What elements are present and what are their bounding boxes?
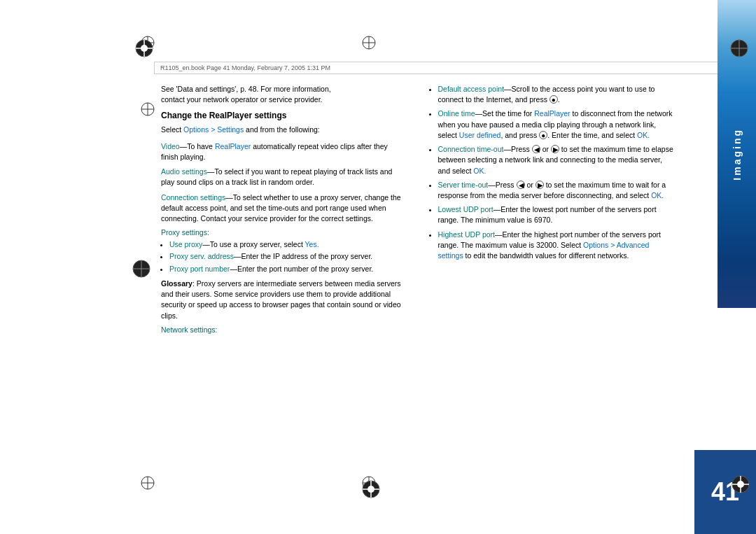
right-column: Default access point—Scroll to the acces…	[429, 84, 676, 478]
reg-mark-top-center	[361, 35, 377, 52]
proxy-heading: Proxy settings:	[161, 228, 405, 237]
proxy-bullet-3: Proxy port number—Enter the port number …	[169, 264, 405, 274]
joystick-icon-5: ◀	[517, 181, 525, 189]
connection-label: Connection settings	[161, 193, 225, 202]
reg-mark-bottom-left	[140, 475, 155, 492]
proxy-bullet-2: Proxy serv. address—Enter the IP address…	[169, 251, 405, 262]
joystick-icon-1: ●	[550, 95, 558, 104]
right-bullet-5: Lowest UDP port—Enter the lowest port nu…	[438, 204, 676, 225]
joystick-icon-6: ▶	[536, 181, 544, 189]
intro-text: See 'Data and settings', p. 48. For more…	[161, 84, 405, 105]
left-column: See 'Data and settings', p. 48. For more…	[161, 84, 408, 478]
reg-mark-bottom-center-dark	[361, 479, 381, 500]
reg-mark-corner-tl	[134, 38, 154, 59]
glossary-label: Glossary	[161, 279, 192, 288]
page-container: R1105_en.book Page 41 Monday, February 7…	[0, 0, 756, 534]
joystick-icon-4: ▶	[551, 145, 559, 153]
select-line: Select Options > Settings and from the f…	[161, 125, 405, 135]
content-area: See 'Data and settings', p. 48. For more…	[161, 84, 676, 478]
header-bar: R1105_en.book Page 41 Monday, February 7…	[154, 62, 742, 74]
right-bullet-6: Highest UDP port—Enter the highest port …	[438, 230, 676, 262]
connection-text: Connection settings—To select whether to…	[161, 192, 405, 225]
options-link[interactable]: Options > Settings	[183, 125, 244, 134]
reg-mark-bottom-right	[731, 475, 750, 496]
right-bullet-3: Connection time-out—Press ◀ or ▶ to set …	[438, 144, 676, 176]
network-heading: Network settings:	[161, 325, 405, 334]
joystick-icon-2: ●	[539, 131, 547, 139]
right-bullet-2: Online time—Set the time for RealPlayer …	[438, 108, 676, 141]
right-bullet-1: Default access point—Scroll to the acces…	[438, 84, 676, 105]
audio-label: Audio settings	[161, 167, 207, 176]
header-text: R1105_en.book Page 41 Monday, February 7…	[160, 64, 330, 71]
tab-label: Imaging	[732, 128, 743, 181]
realplayer-link-1: RealPlayer	[215, 142, 251, 150]
reg-mark-left-mid	[140, 101, 155, 118]
video-text: Video—To have RealPlayer automatically r…	[161, 141, 405, 162]
reg-mark-top-right	[729, 38, 749, 59]
reg-mark-left-center	[132, 259, 151, 280]
right-bullet-4: Server time-out—Press ◀ or ▶ to set the …	[438, 180, 676, 201]
glossary-text: Glossary: Proxy servers are intermediate…	[161, 279, 405, 321]
joystick-icon-3: ◀	[532, 145, 540, 153]
audio-text: Audio settings—To select if you want to …	[161, 167, 405, 188]
right-bullets: Default access point—Scroll to the acces…	[438, 84, 676, 261]
right-sidebar: Imaging 41	[694, 0, 756, 534]
proxy-bullets: Use proxy—To use a proxy server, select …	[169, 239, 405, 274]
change-settings-heading: Change the RealPlayer settings	[161, 111, 405, 120]
proxy-bullet-1: Use proxy—To use a proxy server, select …	[169, 239, 405, 250]
video-label: Video	[161, 142, 180, 150]
